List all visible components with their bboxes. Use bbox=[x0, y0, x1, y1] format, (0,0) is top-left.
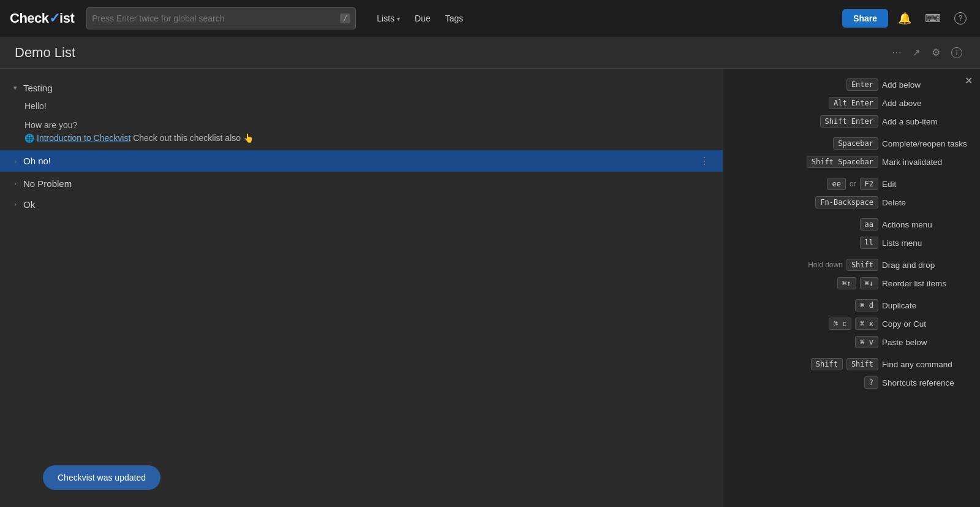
search-slash-badge: / bbox=[340, 13, 350, 23]
shortcut-close-button[interactable]: ✕ bbox=[965, 75, 973, 86]
item-label: Testing bbox=[23, 83, 713, 93]
shortcut-row-ll: ll Lists menu bbox=[736, 237, 968, 249]
kbd-cmd-d: ⌘ d bbox=[855, 299, 878, 311]
help-button[interactable]: ? bbox=[951, 10, 970, 27]
list-item-testing[interactable]: ▾ Testing bbox=[0, 78, 723, 97]
shortcut-row-shift-spacebar: Shift Spacebar Mark invalidated bbox=[736, 156, 968, 168]
keyboard-icon: ⌨ bbox=[925, 12, 941, 25]
shortcut-desc: Paste below bbox=[882, 338, 968, 347]
main-nav: Lists ▾ Due Tags bbox=[371, 10, 469, 27]
sub-item-text: How are you? 🌐Introduction to Checkvist … bbox=[24, 119, 254, 145]
shortcut-desc: Shortcuts reference bbox=[882, 378, 968, 387]
kbd-fn-backspace: Fn-Backspace bbox=[815, 196, 878, 208]
sub-item-how-are-you[interactable]: How are you? 🌐Introduction to Checkvist … bbox=[24, 116, 723, 148]
shortcut-desc: Actions menu bbox=[882, 220, 968, 229]
kbd-aa: aa bbox=[860, 218, 878, 231]
shortcut-or: or bbox=[850, 180, 856, 188]
kbd-question: ? bbox=[864, 376, 878, 389]
shortcut-row-reference: ? Shortcuts reference bbox=[736, 376, 968, 389]
shortcut-desc: Complete/reopen tasks bbox=[882, 139, 968, 148]
search-bar[interactable]: / bbox=[86, 7, 356, 29]
sub-item-text: Hello! bbox=[24, 100, 47, 113]
shortcut-row-shift-enter: Shift Enter Add a sub-item bbox=[736, 115, 968, 128]
share-button[interactable]: Share bbox=[842, 9, 888, 28]
bell-icon: 🔔 bbox=[898, 12, 911, 25]
header: Check✓ist / Lists ▾ Due Tags Share 🔔 ⌨ ? bbox=[0, 0, 980, 37]
kbd-shift-2: Shift bbox=[846, 358, 878, 370]
shortcut-desc: Find any command bbox=[882, 360, 968, 369]
globe-icon: 🌐 bbox=[24, 134, 34, 143]
shortcut-desc: Add a sub-item bbox=[882, 117, 968, 126]
sub-item-hello[interactable]: Hello! bbox=[24, 97, 723, 116]
pin-button[interactable]: ↗ bbox=[910, 44, 924, 61]
chevron-right-icon: › bbox=[10, 156, 21, 167]
pin-icon: ↗ bbox=[913, 47, 921, 58]
list-section-no-problem: › No Problem bbox=[0, 174, 723, 193]
content-area: ▾ Testing Hello! How are you? 🌐Introduct… bbox=[0, 69, 723, 507]
kbd-shift-enter: Shift Enter bbox=[820, 115, 878, 128]
list-section-testing: ▾ Testing Hello! How are you? 🌐Introduct… bbox=[0, 78, 723, 148]
search-input[interactable] bbox=[92, 13, 336, 23]
kbd-cmd-v: ⌘ v bbox=[855, 336, 878, 348]
nav-tags[interactable]: Tags bbox=[439, 10, 470, 27]
nav-due-label: Due bbox=[415, 13, 431, 23]
intro-link[interactable]: Introduction to Checkvist bbox=[37, 133, 130, 143]
shortcut-desc: Add above bbox=[882, 99, 968, 108]
kbd-enter: Enter bbox=[846, 78, 878, 91]
page-header-actions: ⋯ ↗ ⚙ i bbox=[889, 44, 965, 61]
chevron-down-icon: ▾ bbox=[397, 15, 400, 22]
list-item-no-problem[interactable]: › No Problem bbox=[0, 174, 723, 193]
kbd-cmd-x: ⌘ x bbox=[855, 318, 878, 330]
shortcut-row-alt-enter: Alt Enter Add above bbox=[736, 97, 968, 109]
shortcut-row-delete: Fn-Backspace Delete bbox=[736, 196, 968, 208]
more-icon: ⋯ bbox=[892, 47, 902, 58]
shortcut-row-find-command: Shift Shift Find any command bbox=[736, 358, 968, 370]
more-icon[interactable]: ⋮ bbox=[696, 154, 713, 168]
kbd-cmd-c: ⌘ c bbox=[829, 318, 852, 330]
info-icon: i bbox=[951, 47, 962, 58]
list-item-oh-no[interactable]: › Oh no! ⋮ bbox=[0, 150, 723, 172]
settings-button[interactable]: ⚙ bbox=[929, 44, 943, 61]
app-logo[interactable]: Check✓ist bbox=[10, 10, 74, 26]
shortcut-desc: Duplicate bbox=[882, 301, 968, 310]
shortcut-row-reorder: ⌘↑ ⌘↓ Reorder list items bbox=[736, 277, 968, 289]
nav-lists-label: Lists bbox=[377, 13, 394, 23]
page-header: Demo List ⋯ ↗ ⚙ i bbox=[0, 37, 980, 69]
settings-icon: ⚙ bbox=[932, 47, 940, 58]
shortcut-row-aa: aa Actions menu bbox=[736, 218, 968, 231]
info-button[interactable]: i bbox=[948, 44, 965, 61]
shortcut-panel: ✕ Enter Add below Alt Enter Add above Sh… bbox=[723, 69, 980, 507]
notifications-button[interactable]: 🔔 bbox=[894, 9, 915, 28]
nav-due[interactable]: Due bbox=[409, 10, 437, 27]
item-label: Oh no! bbox=[23, 156, 696, 166]
kbd-shift-1: Shift bbox=[811, 358, 843, 370]
kbd-ee: ee bbox=[827, 178, 845, 190]
main-layout: ▾ Testing Hello! How are you? 🌐Introduct… bbox=[0, 69, 980, 507]
page-title: Demo List bbox=[15, 45, 889, 61]
shortcut-row-spacebar: Spacebar Complete/reopen tasks bbox=[736, 137, 968, 150]
list-section-ok: › Ok bbox=[0, 195, 723, 213]
shortcut-desc: Edit bbox=[882, 180, 968, 189]
kbd-alt-enter: Alt Enter bbox=[829, 97, 878, 109]
kbd-shift: Shift bbox=[846, 259, 878, 271]
sub-items-testing: Hello! How are you? 🌐Introduction to Che… bbox=[0, 97, 723, 148]
kbd-ll: ll bbox=[860, 237, 878, 249]
chevron-right-icon: › bbox=[10, 199, 21, 210]
shortcut-row-paste: ⌘ v Paste below bbox=[736, 336, 968, 348]
shortcut-row-drag: Hold down Shift Drag and drop bbox=[736, 259, 968, 271]
header-actions: Share 🔔 ⌨ ? bbox=[842, 9, 970, 28]
item-label: Ok bbox=[23, 199, 713, 210]
more-options-button[interactable]: ⋯ bbox=[889, 44, 905, 61]
chevron-down-icon: ▾ bbox=[10, 82, 21, 93]
toast-notification: Checkvist was updated bbox=[43, 465, 160, 490]
shortcut-desc: Delete bbox=[882, 198, 968, 207]
shortcut-row-duplicate: ⌘ d Duplicate bbox=[736, 299, 968, 311]
shortcut-desc: Drag and drop bbox=[882, 261, 968, 270]
nav-lists[interactable]: Lists ▾ bbox=[371, 10, 406, 27]
shortcut-desc: Mark invalidated bbox=[882, 158, 968, 167]
list-item-ok[interactable]: › Ok bbox=[0, 195, 723, 213]
shortcut-desc: Copy or Cut bbox=[882, 319, 968, 329]
shortcut-desc: Add below bbox=[882, 80, 968, 90]
help-icon: ? bbox=[954, 12, 967, 25]
keyboard-button[interactable]: ⌨ bbox=[921, 9, 944, 28]
